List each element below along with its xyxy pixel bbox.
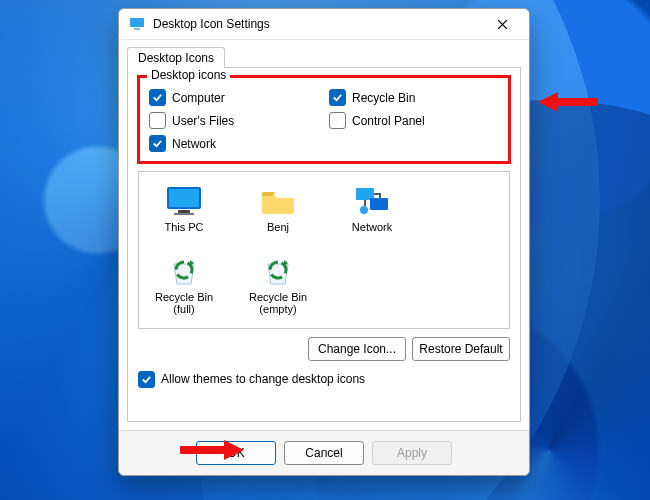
- svg-rect-1: [134, 28, 140, 30]
- network-icon: [352, 184, 392, 218]
- icon-label: This PC: [164, 221, 203, 234]
- close-button[interactable]: [485, 13, 519, 35]
- icon-preview-well: This PCBenjNetworkRecycle Bin (full)Recy…: [138, 171, 510, 329]
- svg-rect-0: [130, 18, 144, 27]
- checkbox-computer[interactable]: Computer: [149, 89, 319, 106]
- cancel-button[interactable]: Cancel: [284, 441, 364, 465]
- change-icon-button[interactable]: Change Icon...: [308, 337, 406, 361]
- checkbox-icon: [149, 135, 166, 152]
- preview-icon-recycle-bin-empty-[interactable]: Recycle Bin (empty): [241, 254, 315, 316]
- checkbox-label: Network: [172, 137, 216, 151]
- svg-point-8: [360, 206, 368, 214]
- checkbox-icon: [149, 112, 166, 129]
- apply-button[interactable]: Apply: [372, 441, 452, 465]
- checkbox-icon: [329, 89, 346, 106]
- checkbox-label: Control Panel: [352, 114, 425, 128]
- preview-icon-network[interactable]: Network: [335, 184, 409, 234]
- folder-icon: [258, 184, 298, 218]
- titlebar: Desktop Icon Settings: [119, 9, 529, 40]
- checkbox-label: User's Files: [172, 114, 234, 128]
- tab-strip: Desktop Icons: [119, 40, 529, 67]
- preview-icon-recycle-bin-full-[interactable]: Recycle Bin (full): [147, 254, 221, 316]
- ok-button[interactable]: OK: [196, 441, 276, 465]
- checkbox-label: Computer: [172, 91, 225, 105]
- preview-icon-benj[interactable]: Benj: [241, 184, 315, 234]
- checkbox-control-panel[interactable]: Control Panel: [329, 112, 499, 129]
- checkbox-recycle-bin[interactable]: Recycle Bin: [329, 89, 499, 106]
- restore-default-button[interactable]: Restore Default: [412, 337, 510, 361]
- preview-icon-this-pc[interactable]: This PC: [147, 184, 221, 234]
- allow-themes-checkbox[interactable]: Allow themes to change desktop icons: [138, 371, 510, 388]
- icon-label: Benj: [267, 221, 289, 234]
- checkbox-icon: [149, 89, 166, 106]
- checkbox-user-s-files[interactable]: User's Files: [149, 112, 319, 129]
- icon-label: Recycle Bin (empty): [241, 291, 315, 316]
- recycle-icon: [258, 254, 298, 288]
- icon-label: Network: [352, 221, 392, 234]
- svg-rect-5: [174, 213, 194, 215]
- group-legend: Desktop icons: [147, 68, 230, 82]
- recycle-icon: [164, 254, 204, 288]
- tab-desktop-icons[interactable]: Desktop Icons: [127, 47, 225, 68]
- checkbox-icon: [329, 112, 346, 129]
- icon-label: Recycle Bin (full): [147, 291, 221, 316]
- checkbox-network[interactable]: Network: [149, 135, 319, 152]
- checkbox-label: Recycle Bin: [352, 91, 415, 105]
- tab-panel: Desktop icons ComputerRecycle BinUser's …: [127, 67, 521, 422]
- checkbox-icon: [138, 371, 155, 388]
- allow-themes-label: Allow themes to change desktop icons: [161, 372, 365, 386]
- svg-rect-7: [370, 198, 388, 210]
- desktop-icons-group: Desktop icons ComputerRecycle BinUser's …: [138, 76, 510, 163]
- window-title: Desktop Icon Settings: [153, 17, 485, 31]
- svg-rect-4: [178, 210, 190, 213]
- window-icon: [129, 16, 145, 32]
- monitor-icon: [164, 184, 204, 218]
- desktop-icon-settings-dialog: Desktop Icon Settings Desktop Icons Desk…: [118, 8, 530, 476]
- svg-rect-3: [169, 189, 199, 207]
- dialog-footer: OK Cancel Apply: [119, 430, 529, 475]
